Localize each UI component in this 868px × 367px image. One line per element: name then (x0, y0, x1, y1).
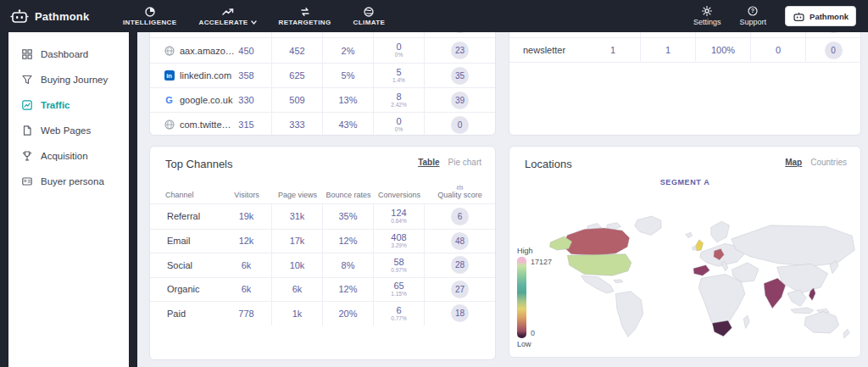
map-madagascar (743, 315, 749, 328)
trophy-icon (21, 150, 33, 162)
sidebar-item-buyer-persona[interactable]: Buyer persona (8, 169, 129, 194)
settings-button[interactable]: Settings (693, 6, 721, 26)
nav-intelligence[interactable]: INTELLIGENCE (123, 7, 176, 26)
map-uk[interactable] (696, 240, 703, 251)
table-row[interactable]: aax.amazo… 450 452 2% 00% 23 (150, 38, 495, 63)
question-icon: ? (748, 6, 758, 16)
column-header: Conversions (374, 191, 425, 199)
visitors-value: 6k (221, 278, 272, 302)
sidebar-label: Web Pages (41, 125, 91, 136)
quality-score-badge: 39 (451, 92, 469, 109)
table-row[interactable]: G google.co.uk 330 509 13% 82.42% 39 (150, 87, 495, 112)
view-toggle-table[interactable]: Table (418, 158, 439, 167)
table-row[interactable]: Email 12k 17k 12% 4083.29% 48 (150, 229, 495, 253)
legend-gradient-bar (517, 257, 526, 338)
visitors-value: 1 (586, 38, 641, 62)
campaigns-card: newsletter 1 1 100% 0 0 (509, 32, 861, 136)
map-indonesia (791, 308, 814, 314)
sidebar-item-web-pages[interactable]: Web Pages (8, 118, 129, 143)
table-row[interactable]: Organic 6k 6k 12% 651.15% 27 (150, 277, 495, 302)
table-row[interactable]: Social 6k 10k 8% 580.97% 28 (150, 253, 495, 277)
quality-score-badge (825, 32, 843, 33)
nav-label: RETARGETING (279, 19, 331, 26)
conversions-value: 5 (396, 68, 401, 77)
map-india[interactable] (764, 278, 785, 308)
view-toggle-pie-chart[interactable]: Pie chart (448, 158, 481, 167)
table-row[interactable]: newsletter 1 1 100% 0 0 (509, 38, 860, 63)
conversions-value: 6 (396, 306, 401, 315)
conversion-rate: 0% (395, 53, 403, 58)
visitors-value: 6k (221, 253, 272, 277)
sidebar-item-traffic[interactable]: Traffic (8, 92, 129, 118)
channel-name: Referral (150, 204, 221, 229)
quality-score-badge: 48 (451, 232, 469, 250)
map-ireland (692, 246, 696, 250)
globe-favicon-icon (164, 120, 175, 131)
conversions-value: 58 (393, 258, 403, 267)
conversion-rate: 1.15% (391, 292, 406, 297)
nav-retargeting[interactable]: RETARGETING (279, 7, 331, 26)
account-button[interactable]: Pathmonk (785, 6, 856, 26)
sidebar-item-acquisition[interactable]: Acquisition (8, 143, 129, 169)
map-usa[interactable] (567, 254, 631, 275)
map-canada[interactable] (562, 228, 629, 255)
visitors-value: 358 (221, 64, 272, 87)
robot-account-icon (793, 12, 805, 21)
table-row[interactable]: in linkedin.com 358 625 5% 51.4% 35 (150, 63, 495, 87)
brand-logo[interactable]: Pathmonk (0, 9, 123, 23)
table-row[interactable]: Paid 778 1k 20% 60.77% 18 (150, 301, 495, 325)
section-title: Top Channels (165, 158, 233, 170)
world-choropleth-map[interactable] (548, 208, 855, 350)
conversions-value: 124 (391, 209, 406, 218)
conversion-rate: 0.77% (391, 316, 406, 322)
svg-text:?: ? (751, 8, 754, 14)
column-header-quality: Quality score (425, 185, 495, 199)
visitors-value: 19k (221, 204, 272, 229)
map-australia (804, 312, 839, 333)
conversion-rate: 0% (395, 127, 403, 133)
nav-label: ACCELERATE (198, 19, 248, 26)
sidebar-item-buying-journey[interactable]: Buying Journey (8, 67, 129, 92)
map-china (777, 264, 828, 293)
document-icon (21, 125, 33, 136)
bounce-rate-value: 35% (323, 204, 374, 229)
table-header: Channel Visitors Page views Bounce rates… (150, 170, 495, 204)
segment-label: SEGMENT A (509, 178, 860, 186)
robot-logo-icon (10, 9, 29, 23)
map-south-africa[interactable] (712, 320, 732, 336)
channel-name: Organic (150, 278, 221, 302)
support-button[interactable]: ? Support (740, 6, 767, 26)
brand-name: Pathmonk (35, 10, 89, 23)
conversion-rate: 1.4% (392, 78, 405, 84)
map-russia-asia (732, 225, 855, 267)
quality-score-badge: 6 (451, 208, 469, 225)
column-header: Visitors (221, 191, 272, 199)
sidebar: Dashboard Buying Journey Traffic Web Pag… (8, 32, 129, 367)
table-row[interactable]: Referral 19k 31k 35% 1240.64% 6 (150, 204, 495, 229)
page-views-value: 1k (272, 302, 323, 325)
conversion-rate: 0.97% (391, 268, 406, 274)
visitors-value: 778 (221, 302, 272, 325)
map-spain[interactable] (693, 265, 709, 275)
accelerate-icon (222, 7, 234, 17)
map-scandinavia (711, 221, 730, 242)
page-views-value: 625 (272, 64, 323, 87)
table-row[interactable]: com.twitte… 315 333 43% 00% 0 (150, 112, 495, 136)
map-south-america (615, 292, 643, 337)
view-toggle-map[interactable]: Map (785, 158, 802, 167)
view-toggle-countries[interactable]: Countries (810, 158, 847, 167)
conversions-value: 65 (393, 281, 403, 291)
sidebar-label: Buyer persona (41, 176, 104, 186)
section-title: Locations (525, 158, 572, 170)
visitors-value: 450 (221, 38, 272, 63)
main-content: 0% aax.amazo… 450 452 2% 00% 23 in linke… (137, 32, 868, 367)
page-views-value: 1 (641, 38, 696, 62)
linkedin-favicon-icon: in (164, 70, 175, 81)
retargeting-icon (300, 7, 310, 17)
sidebar-item-dashboard[interactable]: Dashboard (8, 42, 129, 67)
nav-climate[interactable]: CLIMATE (353, 7, 386, 26)
nav-accelerate[interactable]: ACCELERATE (198, 7, 256, 26)
conversions-value: 408 (391, 233, 406, 242)
gear-icon (702, 6, 712, 16)
bounce-rate-value: 2% (323, 38, 374, 63)
